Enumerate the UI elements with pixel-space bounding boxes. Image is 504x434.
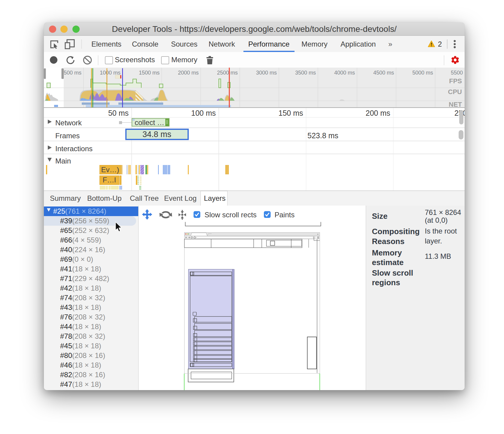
svg-text:3500 ms: 3500 ms: [295, 70, 316, 76]
svg-text:1500 ms: 1500 ms: [139, 70, 160, 76]
svg-text:NET: NET: [449, 101, 462, 108]
svg-text:2000 ms: 2000 ms: [178, 70, 199, 76]
svg-text:3000 ms: 3000 ms: [256, 70, 277, 76]
svg-text:CPU: CPU: [448, 88, 462, 96]
svg-text:Paints: Paints: [274, 211, 295, 219]
svg-text:500 ms: 500 ms: [64, 70, 81, 76]
svg-text:5000 ms: 5000 ms: [412, 70, 433, 76]
svg-text:FPS: FPS: [449, 77, 462, 85]
svg-text:4500 ms: 4500 ms: [373, 70, 394, 76]
svg-text:5500: 5500: [451, 70, 463, 76]
svg-text:4000 ms: 4000 ms: [334, 70, 355, 76]
svg-text:2500 ms: 2500 ms: [217, 70, 238, 76]
svg-text:1000 ms: 1000 ms: [100, 70, 121, 76]
svg-text:Slow scroll rects: Slow scroll rects: [204, 211, 256, 219]
